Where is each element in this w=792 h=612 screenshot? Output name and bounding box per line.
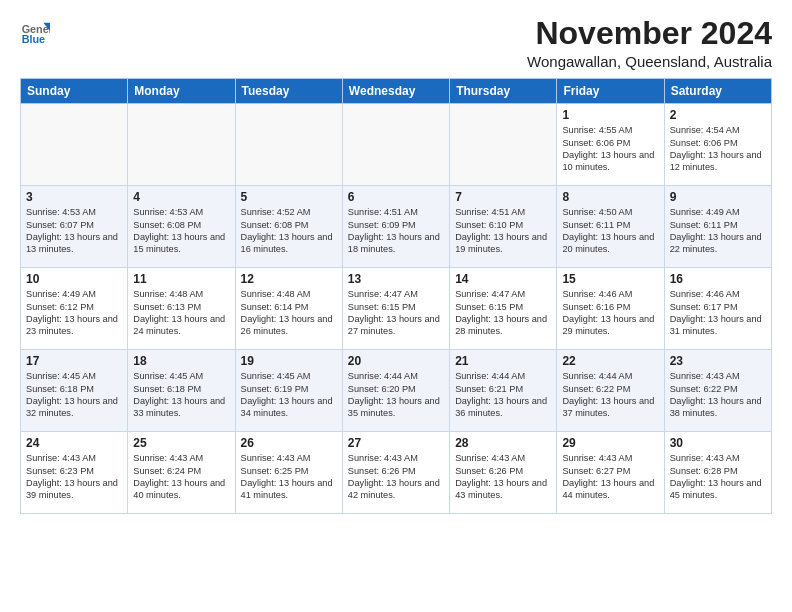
cell-info: Sunrise: 4:51 AM Sunset: 6:09 PM Dayligh… — [348, 206, 444, 256]
calendar-cell: 7Sunrise: 4:51 AM Sunset: 6:10 PM Daylig… — [450, 186, 557, 268]
calendar-cell: 5Sunrise: 4:52 AM Sunset: 6:08 PM Daylig… — [235, 186, 342, 268]
calendar-cell: 22Sunrise: 4:44 AM Sunset: 6:22 PM Dayli… — [557, 350, 664, 432]
weekday-header: Thursday — [450, 79, 557, 104]
cell-info: Sunrise: 4:45 AM Sunset: 6:18 PM Dayligh… — [26, 370, 122, 420]
day-number: 30 — [670, 436, 766, 450]
weekday-header: Saturday — [664, 79, 771, 104]
calendar-cell: 14Sunrise: 4:47 AM Sunset: 6:15 PM Dayli… — [450, 268, 557, 350]
calendar-cell — [342, 104, 449, 186]
day-number: 18 — [133, 354, 229, 368]
calendar-cell: 18Sunrise: 4:45 AM Sunset: 6:18 PM Dayli… — [128, 350, 235, 432]
cell-info: Sunrise: 4:43 AM Sunset: 6:24 PM Dayligh… — [133, 452, 229, 502]
calendar-row: 10Sunrise: 4:49 AM Sunset: 6:12 PM Dayli… — [21, 268, 772, 350]
cell-info: Sunrise: 4:51 AM Sunset: 6:10 PM Dayligh… — [455, 206, 551, 256]
day-number: 22 — [562, 354, 658, 368]
logo-icon: General Blue — [20, 16, 50, 46]
cell-info: Sunrise: 4:44 AM Sunset: 6:22 PM Dayligh… — [562, 370, 658, 420]
calendar-cell: 27Sunrise: 4:43 AM Sunset: 6:26 PM Dayli… — [342, 432, 449, 514]
day-number: 23 — [670, 354, 766, 368]
svg-text:Blue: Blue — [22, 33, 45, 45]
cell-info: Sunrise: 4:43 AM Sunset: 6:26 PM Dayligh… — [455, 452, 551, 502]
calendar-cell: 12Sunrise: 4:48 AM Sunset: 6:14 PM Dayli… — [235, 268, 342, 350]
day-number: 21 — [455, 354, 551, 368]
weekday-header: Tuesday — [235, 79, 342, 104]
cell-info: Sunrise: 4:48 AM Sunset: 6:14 PM Dayligh… — [241, 288, 337, 338]
day-number: 25 — [133, 436, 229, 450]
day-number: 3 — [26, 190, 122, 204]
calendar-cell: 3Sunrise: 4:53 AM Sunset: 6:07 PM Daylig… — [21, 186, 128, 268]
cell-info: Sunrise: 4:44 AM Sunset: 6:20 PM Dayligh… — [348, 370, 444, 420]
cell-info: Sunrise: 4:47 AM Sunset: 6:15 PM Dayligh… — [348, 288, 444, 338]
calendar-cell: 9Sunrise: 4:49 AM Sunset: 6:11 PM Daylig… — [664, 186, 771, 268]
calendar-cell: 4Sunrise: 4:53 AM Sunset: 6:08 PM Daylig… — [128, 186, 235, 268]
cell-info: Sunrise: 4:43 AM Sunset: 6:26 PM Dayligh… — [348, 452, 444, 502]
calendar-cell — [128, 104, 235, 186]
header: General Blue November 2024 Wongawallan, … — [20, 16, 772, 70]
day-number: 10 — [26, 272, 122, 286]
title-area: November 2024 Wongawallan, Queensland, A… — [527, 16, 772, 70]
calendar-cell: 19Sunrise: 4:45 AM Sunset: 6:19 PM Dayli… — [235, 350, 342, 432]
cell-info: Sunrise: 4:43 AM Sunset: 6:27 PM Dayligh… — [562, 452, 658, 502]
calendar-cell: 10Sunrise: 4:49 AM Sunset: 6:12 PM Dayli… — [21, 268, 128, 350]
cell-info: Sunrise: 4:55 AM Sunset: 6:06 PM Dayligh… — [562, 124, 658, 174]
calendar-cell: 20Sunrise: 4:44 AM Sunset: 6:20 PM Dayli… — [342, 350, 449, 432]
calendar-cell: 15Sunrise: 4:46 AM Sunset: 6:16 PM Dayli… — [557, 268, 664, 350]
weekday-header: Friday — [557, 79, 664, 104]
day-number: 8 — [562, 190, 658, 204]
cell-info: Sunrise: 4:50 AM Sunset: 6:11 PM Dayligh… — [562, 206, 658, 256]
weekday-header: Monday — [128, 79, 235, 104]
day-number: 28 — [455, 436, 551, 450]
calendar-cell: 25Sunrise: 4:43 AM Sunset: 6:24 PM Dayli… — [128, 432, 235, 514]
cell-info: Sunrise: 4:45 AM Sunset: 6:19 PM Dayligh… — [241, 370, 337, 420]
calendar-cell: 16Sunrise: 4:46 AM Sunset: 6:17 PM Dayli… — [664, 268, 771, 350]
day-number: 29 — [562, 436, 658, 450]
calendar-cell — [450, 104, 557, 186]
day-number: 13 — [348, 272, 444, 286]
calendar-cell: 28Sunrise: 4:43 AM Sunset: 6:26 PM Dayli… — [450, 432, 557, 514]
cell-info: Sunrise: 4:52 AM Sunset: 6:08 PM Dayligh… — [241, 206, 337, 256]
day-number: 6 — [348, 190, 444, 204]
day-number: 26 — [241, 436, 337, 450]
day-number: 15 — [562, 272, 658, 286]
day-number: 14 — [455, 272, 551, 286]
calendar-cell: 29Sunrise: 4:43 AM Sunset: 6:27 PM Dayli… — [557, 432, 664, 514]
header-row: SundayMondayTuesdayWednesdayThursdayFrid… — [21, 79, 772, 104]
day-number: 1 — [562, 108, 658, 122]
cell-info: Sunrise: 4:49 AM Sunset: 6:11 PM Dayligh… — [670, 206, 766, 256]
calendar-row: 1Sunrise: 4:55 AM Sunset: 6:06 PM Daylig… — [21, 104, 772, 186]
day-number: 17 — [26, 354, 122, 368]
page: General Blue November 2024 Wongawallan, … — [0, 0, 792, 612]
cell-info: Sunrise: 4:54 AM Sunset: 6:06 PM Dayligh… — [670, 124, 766, 174]
day-number: 19 — [241, 354, 337, 368]
calendar-cell — [235, 104, 342, 186]
calendar-cell: 24Sunrise: 4:43 AM Sunset: 6:23 PM Dayli… — [21, 432, 128, 514]
calendar-table: SundayMondayTuesdayWednesdayThursdayFrid… — [20, 78, 772, 514]
calendar-row: 17Sunrise: 4:45 AM Sunset: 6:18 PM Dayli… — [21, 350, 772, 432]
day-number: 7 — [455, 190, 551, 204]
cell-info: Sunrise: 4:47 AM Sunset: 6:15 PM Dayligh… — [455, 288, 551, 338]
day-number: 16 — [670, 272, 766, 286]
calendar-cell: 2Sunrise: 4:54 AM Sunset: 6:06 PM Daylig… — [664, 104, 771, 186]
calendar-row: 24Sunrise: 4:43 AM Sunset: 6:23 PM Dayli… — [21, 432, 772, 514]
cell-info: Sunrise: 4:43 AM Sunset: 6:28 PM Dayligh… — [670, 452, 766, 502]
cell-info: Sunrise: 4:45 AM Sunset: 6:18 PM Dayligh… — [133, 370, 229, 420]
day-number: 12 — [241, 272, 337, 286]
weekday-header: Sunday — [21, 79, 128, 104]
calendar-cell: 30Sunrise: 4:43 AM Sunset: 6:28 PM Dayli… — [664, 432, 771, 514]
cell-info: Sunrise: 4:43 AM Sunset: 6:22 PM Dayligh… — [670, 370, 766, 420]
calendar-cell: 6Sunrise: 4:51 AM Sunset: 6:09 PM Daylig… — [342, 186, 449, 268]
cell-info: Sunrise: 4:43 AM Sunset: 6:25 PM Dayligh… — [241, 452, 337, 502]
logo: General Blue — [20, 16, 50, 46]
day-number: 9 — [670, 190, 766, 204]
calendar-cell: 1Sunrise: 4:55 AM Sunset: 6:06 PM Daylig… — [557, 104, 664, 186]
calendar-cell: 26Sunrise: 4:43 AM Sunset: 6:25 PM Dayli… — [235, 432, 342, 514]
day-number: 27 — [348, 436, 444, 450]
calendar-cell: 13Sunrise: 4:47 AM Sunset: 6:15 PM Dayli… — [342, 268, 449, 350]
day-number: 4 — [133, 190, 229, 204]
day-number: 20 — [348, 354, 444, 368]
calendar-cell: 11Sunrise: 4:48 AM Sunset: 6:13 PM Dayli… — [128, 268, 235, 350]
cell-info: Sunrise: 4:49 AM Sunset: 6:12 PM Dayligh… — [26, 288, 122, 338]
day-number: 2 — [670, 108, 766, 122]
cell-info: Sunrise: 4:46 AM Sunset: 6:16 PM Dayligh… — [562, 288, 658, 338]
calendar-cell: 8Sunrise: 4:50 AM Sunset: 6:11 PM Daylig… — [557, 186, 664, 268]
